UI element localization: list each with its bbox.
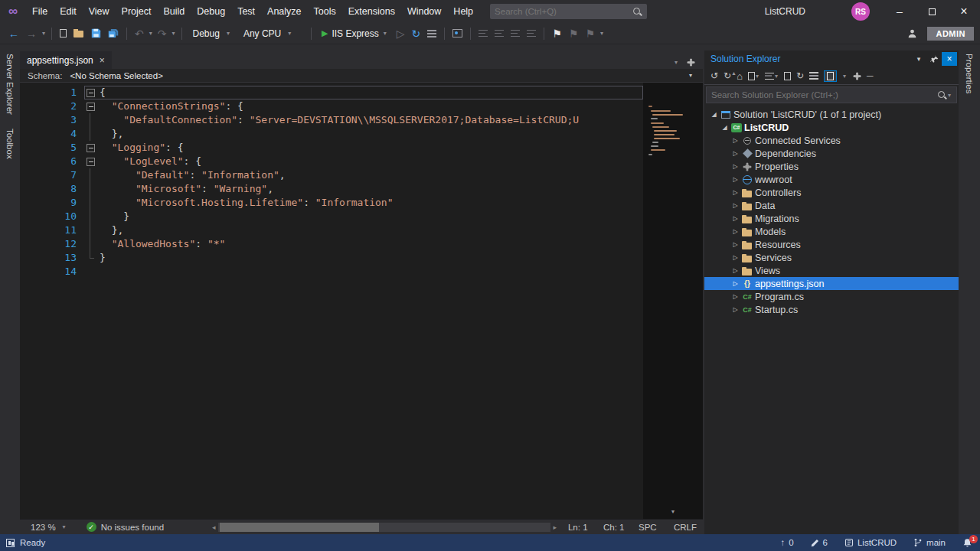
code-line-14[interactable]: 14 [20, 265, 643, 279]
properties-wrench-icon[interactable] [852, 71, 861, 80]
navigate-dropdown-icon[interactable]: ▾ [41, 30, 46, 37]
git-pushes-indicator[interactable]: ↑ 0 [780, 538, 793, 547]
open-file-button[interactable] [71, 28, 87, 39]
sync-with-active-document-icon[interactable] [824, 70, 837, 82]
solution-platform-dropdown[interactable]: Any CPU▾ [238, 27, 305, 41]
schema-dropdown-icon[interactable]: ▾ [689, 72, 695, 79]
collapsed-arrow-icon[interactable]: ▷ [730, 267, 740, 274]
refresh-button[interactable]: ↻ [410, 27, 423, 41]
se-back-icon[interactable]: ↺ [710, 70, 718, 81]
live-share-button[interactable] [450, 28, 465, 38]
fold-collapse-icon[interactable] [84, 141, 96, 155]
build-stack-button[interactable] [425, 29, 439, 38]
collapsed-arrow-icon[interactable]: ▷ [730, 293, 740, 300]
tree-item-data[interactable]: ▷Data [704, 199, 959, 212]
redo-dropdown-icon[interactable]: ▾ [172, 30, 176, 37]
notifications-button[interactable]: 1 [962, 538, 972, 548]
toggle-bookmark-button[interactable]: ⚑ [550, 27, 564, 41]
redo-button[interactable]: ↷ [155, 27, 169, 41]
tree-item-services[interactable]: ▷Services [704, 251, 959, 264]
toolbar-overflow-icon[interactable]: ▾ [599, 30, 604, 37]
menu-test[interactable]: Test [231, 0, 261, 23]
collapsed-arrow-icon[interactable]: ▷ [730, 306, 740, 313]
fold-collapse-icon[interactable] [84, 86, 96, 99]
split-editor-handle-icon[interactable]: ▲ [731, 70, 737, 76]
scrollbar-track[interactable] [218, 523, 551, 532]
zoom-control[interactable]: 123 % ▾ [26, 523, 71, 532]
health-indicator[interactable]: ✓ No issues found [87, 522, 164, 532]
code-line-11[interactable]: 11 }, [20, 223, 643, 237]
code-line-4[interactable]: 4 }, [20, 127, 643, 141]
menu-edit[interactable]: Edit [54, 0, 83, 23]
code-line-8[interactable]: 8 "Microsoft": "Warning", [20, 182, 643, 196]
undo-dropdown-icon[interactable]: ▾ [149, 30, 153, 37]
code-line-10[interactable]: 10 } [20, 210, 643, 223]
se-forward-icon[interactable]: ↻ [724, 70, 731, 81]
menu-file[interactable]: File [26, 0, 54, 23]
menu-project[interactable]: Project [116, 0, 158, 23]
se-refresh-icon[interactable]: ↻ [796, 70, 804, 81]
tree-item-connected-services[interactable]: ▷Connected Services [704, 134, 959, 147]
save-all-button[interactable] [106, 28, 121, 39]
code-line-9[interactable]: 9 "Microsoft.Hosting.Lifetime": "Informa… [20, 196, 643, 210]
search-options-dropdown-icon[interactable]: ▾ [947, 92, 952, 99]
collapsed-arrow-icon[interactable]: ▷ [730, 215, 740, 222]
maximize-button[interactable] [916, 0, 948, 23]
spaces-indicator[interactable]: SPC [639, 523, 674, 532]
fold-collapse-icon[interactable] [84, 99, 96, 113]
tree-item-listcrud[interactable]: ◢ListCRUD [704, 121, 959, 134]
zoom-dropdown-icon[interactable]: ▾ [62, 523, 67, 530]
pending-changes-filter-icon[interactable]: ▾ [765, 73, 779, 80]
menu-tools[interactable]: Tools [308, 0, 342, 23]
solution-explorer-header[interactable]: Solution Explorer ▾ × [704, 51, 959, 67]
tab-appsettings-json[interactable]: appsettings.json × [20, 51, 112, 69]
increase-indent-button[interactable] [524, 29, 538, 37]
sidebar-tab-toolbox[interactable]: Toolbox [5, 129, 15, 159]
tree-item-migrations[interactable]: ▷Migrations [704, 212, 959, 225]
schema-selector[interactable]: <No Schema Selected> [70, 71, 689, 80]
panel-close-icon[interactable]: × [942, 52, 957, 66]
sidebar-tab-properties[interactable]: Properties [965, 54, 974, 93]
scroll-right-icon[interactable]: ▸ [550, 523, 559, 531]
tree-item-resources[interactable]: ▷Resources [704, 238, 959, 251]
pin-icon[interactable] [926, 52, 942, 66]
undo-button[interactable]: ↶ [132, 27, 146, 41]
tree-item-program.cs[interactable]: ▷Program.cs [704, 290, 959, 303]
home-icon[interactable]: ⌂ [737, 70, 743, 82]
editor-options-gear-icon[interactable] [686, 57, 695, 67]
nest-files-icon[interactable] [809, 72, 818, 80]
start-without-debugging-button[interactable]: ▷ [394, 27, 407, 41]
sidebar-tab-server-explorer[interactable]: Server Explorer [5, 54, 15, 115]
tree-item-wwwroot[interactable]: ▷wwwroot [704, 173, 959, 186]
menu-analyze[interactable]: Analyze [261, 0, 307, 23]
show-all-files-icon[interactable] [784, 72, 791, 80]
save-button[interactable] [89, 28, 103, 39]
switch-views-icon[interactable]: ▾ [748, 72, 760, 80]
document-list-dropdown-icon[interactable]: ▾ [674, 59, 678, 66]
quick-search-box[interactable] [490, 4, 647, 19]
quick-search-input[interactable] [495, 7, 632, 16]
fold-collapse-icon[interactable] [84, 155, 96, 168]
horizontal-scrollbar[interactable]: ◂ ▸ [210, 523, 559, 532]
collapsed-arrow-icon[interactable]: ▷ [730, 150, 740, 157]
next-bookmark-button[interactable]: ⚑ [583, 27, 597, 41]
minimap-bottom-handle-icon[interactable]: ▼ [671, 509, 676, 514]
panel-options-dropdown-icon[interactable]: ▾ [911, 52, 926, 66]
minimap-scrollbar[interactable]: ▼ [643, 83, 703, 519]
collapsed-arrow-icon[interactable]: ▷ [730, 280, 740, 287]
collapsed-arrow-icon[interactable]: ▷ [730, 241, 740, 248]
menu-window[interactable]: Window [401, 0, 447, 23]
new-file-button[interactable] [57, 28, 69, 38]
tree-item-controllers[interactable]: ▷Controllers [704, 186, 959, 199]
menu-debug[interactable]: Debug [191, 0, 231, 23]
se-toolbar-dropdown-icon[interactable]: ▾ [842, 73, 847, 80]
code-line-7[interactable]: 7 "Default": "Information", [20, 168, 643, 182]
solution-search-box[interactable]: ▾ [706, 86, 957, 103]
tree-item-models[interactable]: ▷Models [704, 225, 959, 238]
menu-view[interactable]: View [83, 0, 116, 23]
code-line-12[interactable]: 12 "AllowedHosts": "*" [20, 237, 643, 251]
navigate-back-button[interactable]: ← [6, 27, 21, 41]
collapsed-arrow-icon[interactable]: ▷ [730, 254, 740, 261]
tree-item-views[interactable]: ▷Views [704, 264, 959, 277]
previous-bookmark-button[interactable]: ⚑ [567, 27, 581, 41]
